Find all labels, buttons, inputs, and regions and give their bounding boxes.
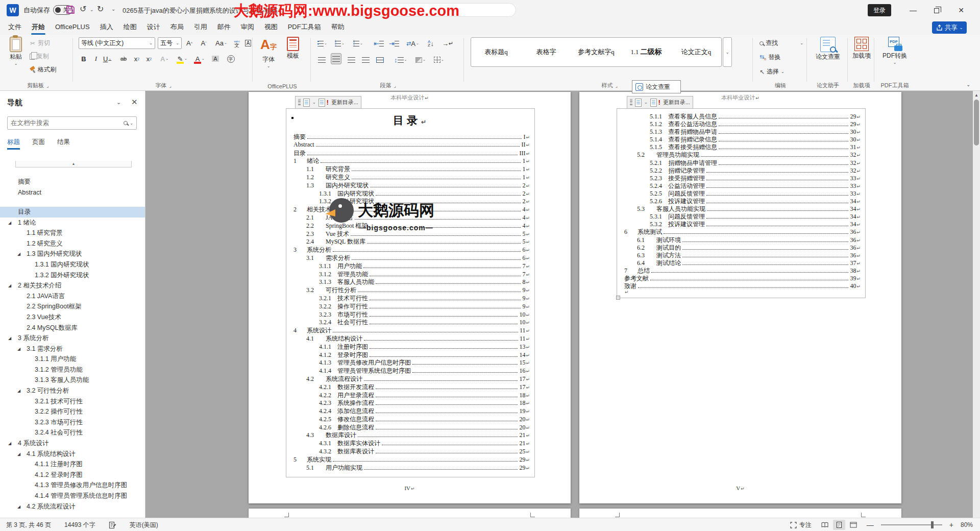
nav-item[interactable]: 3.1.1 用户功能 [0,354,145,365]
save-button[interactable] [65,5,77,16]
style-item[interactable]: 论文正文q [671,47,721,57]
pdf-convert-button[interactable]: PDF PDF转换⌄ [878,37,912,65]
align-left-button[interactable] [316,54,327,65]
superscript-button[interactable]: x2 [144,53,154,64]
nav-item[interactable]: ◢3.2 可行性分析 [0,385,145,396]
nav-item[interactable]: 2.4 MySQL数据库 [0,323,145,333]
select-button[interactable]: ↖选择⌄ [760,67,785,76]
redo-button[interactable]: ↻ [97,4,104,14]
quick-access-more-icon[interactable]: ⌄ [111,6,115,12]
phonetic-guide-button[interactable]: wén文 [232,37,242,49]
toc-entry[interactable]: 6.3测试方法36↵ [624,251,861,259]
login-button[interactable]: 登录 [868,4,891,16]
nav-item[interactable]: 3.2.2 操作可行性 [0,406,145,417]
word-count[interactable]: 14493 个字 [64,521,95,529]
zoom-in-button[interactable]: + [949,521,953,529]
borders-button[interactable]: ⌄ [433,54,445,65]
align-center-button[interactable] [331,53,341,64]
toc-entry[interactable]: 2.4MySQL 数据库5↵ [293,237,530,246]
style-item[interactable]: 参考文献字q [571,47,621,57]
zoom-slider[interactable] [881,524,942,525]
expand-triangle-icon[interactable]: ◢ [8,441,13,446]
toc-field-dropdown-icon[interactable]: ⌄ [312,100,316,105]
language-indicator[interactable]: 英语(美国) [130,521,158,529]
menu-tab-插入[interactable]: 插入 [95,20,118,35]
nav-item[interactable]: 2.3 Vue技术 [0,312,145,323]
style-item[interactable]: 表标题q [471,47,521,57]
show-marks-button[interactable]: →↵ [441,38,454,49]
toc-entry[interactable]: 4.1.2登录时序图14↵ [293,351,530,359]
nav-item[interactable]: 目录 [0,207,145,218]
toc-entry[interactable]: 3.2.3市场可行性10↵ [293,310,530,319]
nav-item[interactable]: 4.1.1 注册时序图 [0,459,145,470]
nav-item[interactable]: ◢2 相关技术介绍 [0,280,145,291]
toc-entry[interactable]: 4系统设计11↵ [293,326,530,334]
styles-gallery-more-button[interactable]: ⌄ [723,37,732,67]
toolbar-grip-icon[interactable] [298,99,301,106]
toc-entry[interactable]: 5.2.1捐赠物品申请管理32↵ [624,159,861,166]
numbering-button[interactable]: ⌄ [334,38,346,49]
focus-mode-button[interactable]: 专注 [790,521,812,529]
nav-item[interactable]: ◢4 系统设计 [0,438,145,449]
paste-button[interactable]: 粘贴⌄ [5,37,27,66]
toc-entry[interactable]: ↵ [624,289,861,297]
underline-button[interactable]: U⌄ [102,53,112,64]
shrink-font-button[interactable]: Aˇ [199,37,209,49]
asian-layout-button[interactable]: ⇄A⌄ [405,38,420,49]
nav-item[interactable]: 1.1 研究背景 [0,228,145,238]
subscript-button[interactable]: x2 [132,53,142,64]
toc-field-toolbar[interactable]: ⌄ ! 更新目录... [295,96,361,109]
zoom-out-button[interactable]: — [867,521,874,529]
toc-entry[interactable]: 3.2.4社会可行性10↵ [293,318,530,326]
toc-entry[interactable]: 4.2.5修改信息流程20↵ [293,415,530,423]
toc-entry[interactable]: 3.1.2管理员功能7↵ [293,270,530,278]
menu-tab-视图[interactable]: 视图 [259,20,283,35]
toc-entry[interactable]: 1.2研究意义1↵ [293,173,530,181]
align-right-button[interactable] [346,54,356,65]
nav-item[interactable]: 3.2.4 社会可行性 [0,428,145,439]
zoom-slider-thumb[interactable] [931,521,934,528]
toc-entry[interactable]: 3.2.1技术可行性9↵ [293,294,530,302]
toc-entry[interactable]: 4.1系统结构设计11↵ [293,334,530,343]
expand-triangle-icon[interactable]: ◢ [17,389,22,393]
web-layout-button[interactable] [847,520,860,530]
toc-entry[interactable]: 5.1.1查看客服人员信息29↵ [624,112,861,120]
update-toc-button[interactable]: 更新目录... [663,99,690,106]
toc-entry[interactable]: 4.1.1注册时序图13↵ [293,343,530,351]
document-canvas[interactable]: 本科毕业设计↵ ⌄ ! 更新目录... 目录↵ 摘要I↵AbstractII↵目… [145,91,980,518]
toc-field-dropdown-icon[interactable]: ⌄ [644,100,648,105]
nav-item[interactable]: 3.2.3 市场可行性 [0,417,145,428]
document-page-left[interactable]: 本科毕业设计↵ ⌄ ! 更新目录... 目录↵ 摘要I↵AbstractII↵目… [249,92,571,503]
expand-triangle-icon[interactable]: ◢ [17,452,22,456]
toc-entry[interactable]: 4.1.4管理员管理系统信息时序图16↵ [293,367,530,375]
toc-entry[interactable]: 1.3国内外研究现状2↵ [293,181,530,189]
nav-item[interactable]: ◢3 系统分析 [0,333,145,344]
nav-item[interactable]: ◢3.1 需求分析 [0,344,145,354]
highlight-color-button[interactable]: ✎⌄ [176,53,188,64]
toc-entry[interactable]: 摘要I↵ [293,133,530,141]
toc-entry[interactable]: 3.1.1用户功能7↵ [293,262,530,270]
print-layout-button[interactable] [833,520,845,530]
paper-check-button[interactable]: 论文查重 [812,37,844,60]
nav-item[interactable]: 4.1.3 管理员修改用户信息时序图 [0,480,145,491]
toc-entry[interactable]: 6.4测试结论37↵ [624,259,861,267]
italic-button[interactable]: I [91,53,101,64]
toc-entry[interactable]: 5.2.4公益活动管理33↵ [624,182,861,189]
character-border-button[interactable]: A [243,37,253,49]
menu-tab-绘图[interactable]: 绘图 [118,20,142,35]
expand-triangle-icon[interactable]: ◢ [17,347,22,351]
toc-entry[interactable]: 6系统测试36↵ [624,228,861,235]
toc-entry[interactable]: 5.1.3查看捐赠物品申请30↵ [624,128,861,135]
distribute-button[interactable] [375,54,385,65]
toc-entry[interactable]: 5.2管理员功能实现32↵ [624,151,861,158]
menu-tab-审阅[interactable]: 审阅 [236,20,259,35]
navigation-search-input[interactable]: 在文档中搜索 ⌄ [7,116,137,130]
paper-check-floating-button[interactable]: 论文查重 [632,80,681,93]
menu-tab-OfficePLUS[interactable]: OfficePLUS [50,20,95,35]
multilevel-list-button[interactable]: ⌄ [352,38,364,49]
nav-item[interactable]: 3.1.3 客服人员功能 [0,375,145,386]
zoom-level[interactable]: 80% [961,521,973,528]
toc-entry[interactable]: 4.3数据库设计21↵ [293,431,530,439]
font-size-combobox[interactable]: 五号⌄ [158,37,182,49]
toc-entry[interactable]: 4.2.4添加信息流程19↵ [293,407,530,415]
